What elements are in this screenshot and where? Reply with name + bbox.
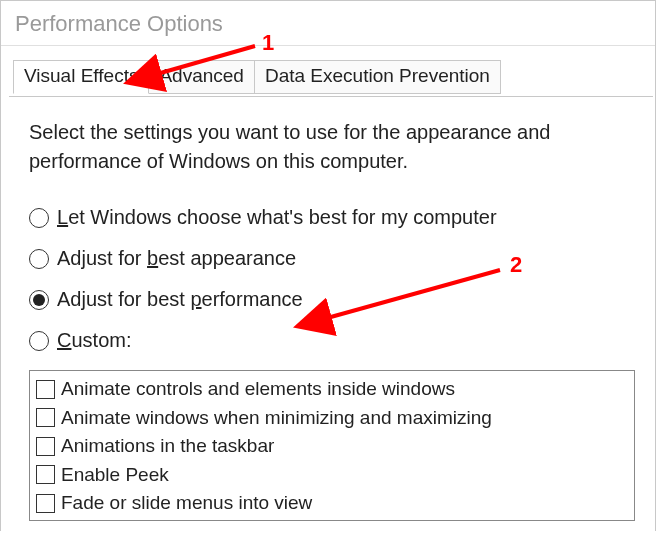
check-label: Animate windows when minimizing and maxi… bbox=[61, 404, 492, 433]
checkbox-icon bbox=[36, 465, 55, 484]
radio-icon bbox=[29, 208, 49, 228]
radio-icon bbox=[29, 290, 49, 310]
checkbox-icon bbox=[36, 494, 55, 513]
checkbox-icon bbox=[36, 437, 55, 456]
window-title: Performance Options bbox=[1, 1, 655, 46]
check-label: Animations in the taskbar bbox=[61, 432, 274, 461]
radio-let-windows-choose[interactable]: Let Windows choose what's best for my co… bbox=[29, 206, 635, 229]
tab-visual-effects[interactable]: Visual Effects bbox=[13, 60, 149, 94]
check-animate-controls[interactable]: Animate controls and elements inside win… bbox=[36, 375, 628, 404]
radio-label: Let Windows choose what's best for my co… bbox=[57, 206, 497, 229]
radio-icon bbox=[29, 331, 49, 351]
check-fade-slide-menus[interactable]: Fade or slide menus into view bbox=[36, 489, 628, 518]
radio-best-performance[interactable]: Adjust for best performance bbox=[29, 288, 635, 311]
tab-strip: Visual Effects Advanced Data Execution P… bbox=[13, 60, 655, 94]
check-animations-taskbar[interactable]: Animations in the taskbar bbox=[36, 432, 628, 461]
visual-effects-panel: Select the settings you want to use for … bbox=[1, 94, 655, 531]
check-label: Fade or slide menus into view bbox=[61, 489, 312, 518]
panel-description: Select the settings you want to use for … bbox=[29, 118, 609, 176]
check-enable-peek[interactable]: Enable Peek bbox=[36, 461, 628, 490]
radio-icon bbox=[29, 249, 49, 269]
radio-label: Adjust for best appearance bbox=[57, 247, 296, 270]
check-label: Enable Peek bbox=[61, 461, 169, 490]
tab-border bbox=[9, 96, 653, 97]
radio-label: Adjust for best performance bbox=[57, 288, 303, 311]
checkbox-icon bbox=[36, 380, 55, 399]
check-animate-minmax[interactable]: Animate windows when minimizing and maxi… bbox=[36, 404, 628, 433]
check-label: Animate controls and elements inside win… bbox=[61, 375, 455, 404]
radio-label: Custom: bbox=[57, 329, 131, 352]
tab-data-execution-prevention[interactable]: Data Execution Prevention bbox=[254, 60, 501, 94]
tab-advanced[interactable]: Advanced bbox=[148, 60, 255, 94]
radio-custom[interactable]: Custom: bbox=[29, 329, 635, 352]
radio-best-appearance[interactable]: Adjust for best appearance bbox=[29, 247, 635, 270]
performance-options-window: Performance Options Visual Effects Advan… bbox=[0, 0, 656, 531]
visual-effects-list[interactable]: Animate controls and elements inside win… bbox=[29, 370, 635, 521]
checkbox-icon bbox=[36, 408, 55, 427]
